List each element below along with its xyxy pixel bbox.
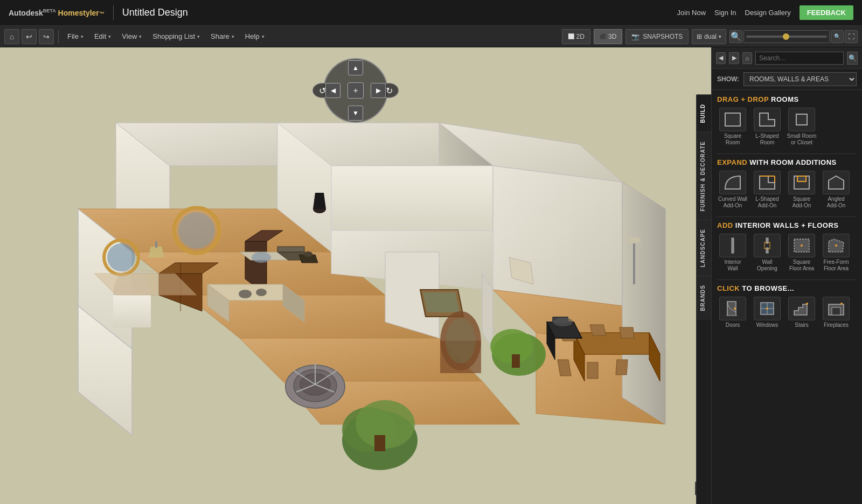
edit-menu[interactable]: Edit ▾ [90, 29, 115, 44]
wall-opening-label: WallOpening [757, 259, 777, 272]
l-shaped-addon-label: L-ShapedAdd-On [755, 196, 778, 209]
view-controls: ⬜ 2D ⬛ 3D 📷 SNAPSHOTS ⊞ dual ▾ 🔍 [562, 29, 858, 44]
zoom-thumb[interactable] [783, 33, 789, 40]
view-2d-label: 2D [576, 33, 585, 40]
nav-down-button[interactable]: ▼ [348, 106, 363, 121]
windows-icon [754, 297, 781, 320]
svg-point-77 [553, 318, 573, 326]
landscape-tab[interactable]: LANDSCAPE [697, 220, 711, 276]
help-menu[interactable]: Help ▾ [241, 29, 269, 44]
svg-marker-96 [760, 176, 775, 189]
home-button[interactable]: ⌂ [4, 29, 19, 44]
view-menu[interactable]: View ▾ [117, 29, 146, 44]
interior-walls-title: ADD INTERIOR WALLS + FLOORS [717, 221, 857, 229]
show-row: SHOW: ROOMS, WALLS & AREAS ALL FLOORS ON… [712, 69, 862, 90]
interior-wall-item[interactable]: InteriorWall [717, 234, 748, 272]
svg-point-107 [801, 244, 803, 247]
svg-marker-26 [622, 182, 665, 424]
fireplaces-label: Fireplaces [824, 322, 849, 328]
drag-rooms-title: DRAG + DROP ROOMS [717, 95, 857, 103]
panel-forward-button[interactable]: ▶ [729, 52, 739, 64]
snapshots-button[interactable]: 📷 SNAPSHOTS [625, 29, 689, 44]
walls-grid: InteriorWall WallOpening [717, 234, 857, 272]
stairs-icon [788, 297, 815, 320]
divider-3 [717, 279, 857, 280]
nav-up-button[interactable]: ▲ [348, 60, 363, 75]
top-bar: AutodeskBETA Homestyler™ Untitled Design… [0, 0, 862, 26]
logo-area: AutodeskBETA Homestyler™ [9, 8, 105, 17]
zoom-in-button[interactable]: 🔍 [831, 30, 844, 43]
panel-home-button[interactable]: ⌂ [742, 52, 752, 64]
dual-label: dual [704, 33, 717, 40]
curved-wall-item[interactable]: Curved WallAdd-On [717, 171, 748, 209]
angled-addon-item[interactable]: AngledAdd-On [821, 171, 852, 209]
square-addon-label: SquareAdd-On [793, 196, 811, 209]
interior-wall-label: InteriorWall [724, 259, 741, 272]
nav-left-button[interactable]: ◀ [325, 83, 340, 98]
angled-addon-icon [823, 171, 850, 194]
brands-tab[interactable]: BRANDS [697, 276, 711, 320]
freeform-floor-icon [823, 234, 850, 257]
small-room-item[interactable]: Small Roomor Closet [786, 108, 817, 146]
fireplaces-item[interactable]: Fireplaces [821, 297, 852, 328]
navigation-controls: ↺ ↻ ▲ ▼ ◀ ▶ ✛ [323, 58, 388, 123]
freeform-floor-item[interactable]: Free-FormFloor Area [821, 234, 852, 272]
fullscreen-button[interactable]: ⛶ [845, 30, 858, 43]
dual-button[interactable]: ⊞ dual ▾ [692, 29, 726, 44]
panel-content: DRAG + DROP ROOMS SquareRoom [712, 90, 862, 504]
stairs-item[interactable]: Stairs [786, 297, 817, 328]
click-label: CLICK [717, 284, 740, 292]
panel-back-button[interactable]: ◀ [716, 52, 726, 64]
svg-marker-117 [794, 304, 807, 315]
doors-item[interactable]: Doors [717, 297, 748, 328]
share-menu[interactable]: Share ▾ [206, 29, 239, 44]
canvas-area[interactable]: ↺ ↻ ▲ ▼ ◀ ▶ ✛ 🔍 [0, 47, 711, 504]
redo-button[interactable]: ↪ [39, 29, 54, 44]
design-gallery-link[interactable]: Design Gallery [745, 9, 791, 17]
square-floor-item[interactable]: SquareFloor Area [786, 234, 817, 272]
help-menu-arrow: ▾ [262, 34, 265, 39]
freeform-floor-label: Free-FormFloor Area [823, 259, 849, 272]
panel-search-button[interactable]: 🔍 [847, 52, 858, 65]
toolbar: ⌂ ↩ ↪ File ▾ Edit ▾ View ▾ Shopping List… [0, 26, 862, 47]
l-shaped-room-item[interactable]: L-ShapedRoom [752, 108, 783, 146]
camera-icon: 📷 [631, 33, 639, 40]
join-now-link[interactable]: Join Now [677, 9, 706, 17]
view-3d-button[interactable]: ⬛ 3D [594, 29, 622, 44]
undo-button[interactable]: ↩ [22, 29, 37, 44]
square-room-item[interactable]: SquareRoom [717, 108, 748, 146]
panel-search-input[interactable] [755, 52, 844, 65]
svg-marker-94 [760, 113, 775, 126]
svg-point-92 [304, 251, 312, 257]
view-2d-button[interactable]: ⬜ 2D [562, 29, 590, 44]
square-addon-item[interactable]: SquareAdd-On [786, 171, 817, 209]
shopping-list-menu[interactable]: Shopping List ▾ [148, 29, 204, 44]
zoom-out-button[interactable]: 🔍 [729, 30, 742, 43]
build-tab[interactable]: BUILD [697, 95, 711, 132]
windows-item[interactable]: Windows [752, 297, 783, 328]
nav-right-button[interactable]: ▶ [371, 83, 386, 98]
svg-marker-70 [620, 327, 634, 338]
zoom-slider[interactable] [743, 30, 830, 43]
furnish-tab[interactable]: FURNISH & DECORATE [697, 132, 711, 220]
shopping-list-arrow: ▾ [197, 34, 200, 39]
edit-menu-arrow: ▾ [108, 34, 111, 39]
wall-opening-item[interactable]: WallOpening [752, 234, 783, 272]
show-dropdown[interactable]: ROOMS, WALLS & AREAS ALL FLOORS ONLY [743, 72, 857, 86]
square-floor-icon [788, 234, 815, 257]
divider-1 [717, 153, 857, 154]
l-shaped-addon-item[interactable]: L-ShapedAdd-On [752, 171, 783, 209]
square-floor-label: SquareFloor Area [789, 259, 814, 272]
fullscreen-icon: ⛶ [848, 33, 854, 40]
product-name: Homestyler [58, 9, 99, 17]
svg-rect-31 [113, 295, 151, 327]
svg-rect-102 [732, 238, 734, 253]
file-menu[interactable]: File ▾ [63, 29, 88, 44]
snapshots-label: SNAPSHOTS [643, 33, 683, 40]
feedback-button[interactable]: FEEDBACK [800, 5, 853, 20]
svg-point-88 [628, 237, 641, 243]
add-label: ADD [717, 221, 733, 229]
expand-rooms-section: EXPAND WITH ROOM ADDITIONS Curved WallAd… [717, 158, 857, 209]
nav-center-button[interactable]: ✛ [347, 82, 364, 99]
sign-in-link[interactable]: Sign In [714, 9, 736, 17]
